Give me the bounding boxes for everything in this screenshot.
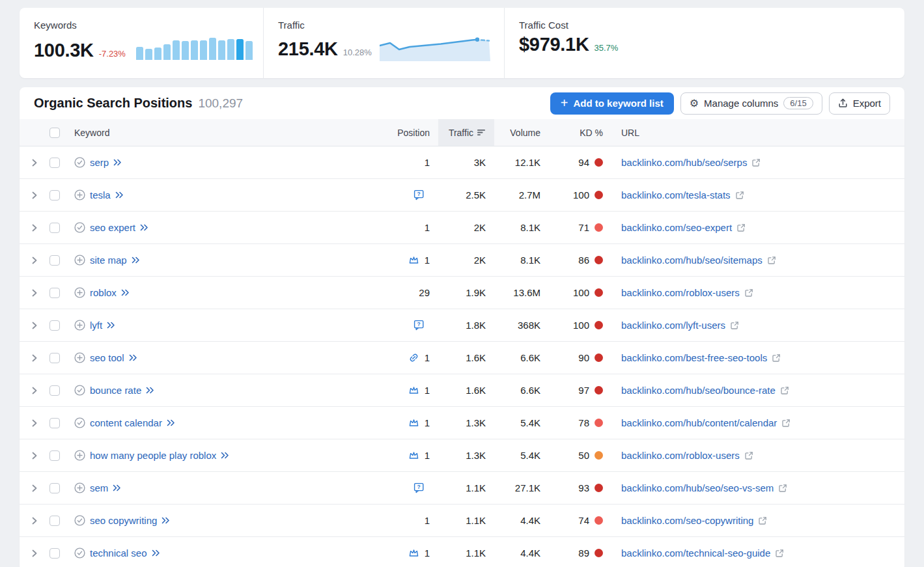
keyword-link[interactable]: sem: [90, 482, 108, 493]
url-link[interactable]: backlinko.com/hub/seo/bounce-rate: [621, 385, 776, 396]
url-link[interactable]: backlinko.com/roblox-users: [621, 287, 740, 298]
expand-chevron-icon[interactable]: [32, 256, 37, 264]
url-link[interactable]: backlinko.com/seo-copywriting: [621, 515, 753, 526]
keyword-link[interactable]: seo tool: [90, 352, 124, 363]
check-circle-icon[interactable]: [74, 157, 85, 168]
export-button[interactable]: Export: [829, 92, 890, 115]
row-checkbox[interactable]: [49, 158, 60, 168]
expand-chevron-icon[interactable]: [32, 191, 37, 199]
row-checkbox[interactable]: [49, 320, 60, 331]
keyword-link[interactable]: serp: [90, 157, 109, 168]
keyword-link[interactable]: site map: [90, 255, 127, 266]
row-checkbox[interactable]: [49, 190, 60, 201]
check-circle-icon[interactable]: [74, 547, 85, 559]
plus-circle-icon[interactable]: [74, 320, 85, 331]
expand-chevron-icon[interactable]: [32, 452, 37, 460]
double-chevron-icon[interactable]: [121, 289, 130, 296]
position-column-header[interactable]: Position: [350, 119, 438, 146]
row-checkbox[interactable]: [49, 385, 60, 396]
row-checkbox[interactable]: [49, 548, 60, 559]
keyword-link[interactable]: how many people play roblox: [90, 450, 216, 461]
double-chevron-icon[interactable]: [140, 224, 148, 231]
url-link[interactable]: backlinko.com/best-free-seo-tools: [621, 352, 767, 363]
keyword-link[interactable]: seo expert: [90, 222, 135, 233]
row-checkbox[interactable]: [49, 516, 60, 526]
row-checkbox[interactable]: [49, 353, 60, 363]
kd-column-header[interactable]: KD %: [549, 119, 613, 146]
url-link[interactable]: backlinko.com/lyft-users: [621, 320, 725, 331]
plus-circle-icon[interactable]: [74, 189, 85, 201]
double-chevron-icon[interactable]: [129, 354, 137, 361]
url-link[interactable]: backlinko.com/roblox-users: [621, 450, 740, 461]
url-link[interactable]: backlinko.com/hub/content/calendar: [621, 417, 777, 428]
url-link[interactable]: backlinko.com/hub/seo/seo-vs-sem: [621, 482, 774, 493]
external-link-icon[interactable]: [772, 353, 781, 363]
double-chevron-icon[interactable]: [115, 191, 124, 199]
external-link-icon[interactable]: [778, 484, 787, 493]
keyword-link[interactable]: lyft: [90, 320, 102, 331]
keyword-link[interactable]: content calendar: [90, 417, 162, 428]
double-chevron-icon[interactable]: [113, 484, 121, 491]
plus-circle-icon[interactable]: [74, 482, 85, 493]
double-chevron-icon[interactable]: [161, 517, 170, 524]
manage-columns-button[interactable]: ⚙ Manage columns 6/15: [680, 92, 822, 115]
url-link[interactable]: backlinko.com/hub/seo/sitemaps: [621, 255, 763, 266]
external-link-icon[interactable]: [751, 158, 761, 167]
row-checkbox[interactable]: [49, 483, 60, 493]
add-to-keyword-list-button[interactable]: + Add to keyword list: [550, 92, 674, 115]
keyword-link[interactable]: roblox: [90, 287, 117, 298]
check-circle-icon[interactable]: [74, 417, 85, 428]
row-checkbox[interactable]: [49, 450, 60, 461]
expand-chevron-icon[interactable]: [32, 387, 37, 394]
keyword-link[interactable]: technical seo: [90, 547, 147, 559]
double-chevron-icon[interactable]: [152, 549, 160, 557]
double-chevron-icon[interactable]: [221, 452, 229, 459]
url-link[interactable]: backlinko.com/technical-seo-guide: [621, 547, 770, 559]
external-link-icon[interactable]: [775, 549, 784, 558]
plus-circle-icon[interactable]: [74, 450, 85, 461]
plus-circle-icon[interactable]: [74, 287, 85, 298]
keyword-link[interactable]: seo copywriting: [90, 515, 157, 526]
check-circle-icon[interactable]: [74, 385, 85, 396]
keyword-column-header[interactable]: Keyword: [72, 119, 350, 146]
row-checkbox[interactable]: [49, 418, 60, 428]
expand-chevron-icon[interactable]: [32, 484, 37, 492]
expand-chevron-icon[interactable]: [32, 159, 37, 167]
external-link-icon[interactable]: [735, 191, 744, 200]
external-link-icon[interactable]: [781, 419, 791, 428]
row-checkbox[interactable]: [49, 288, 60, 298]
row-checkbox[interactable]: [49, 223, 60, 233]
volume-column-header[interactable]: Volume: [494, 119, 549, 146]
check-circle-icon[interactable]: [74, 222, 85, 233]
external-link-icon[interactable]: [736, 223, 746, 232]
expand-chevron-icon[interactable]: [32, 419, 37, 427]
expand-chevron-icon[interactable]: [32, 517, 37, 525]
url-link[interactable]: backlinko.com/tesla-stats: [621, 189, 731, 201]
keyword-link[interactable]: bounce rate: [90, 385, 141, 396]
url-link[interactable]: backlinko.com/seo-expert: [621, 222, 732, 233]
external-link-icon[interactable]: [780, 386, 789, 395]
external-link-icon[interactable]: [730, 321, 739, 330]
plus-circle-icon[interactable]: [74, 352, 85, 363]
expand-chevron-icon[interactable]: [32, 549, 37, 557]
traffic-column-header[interactable]: Traffic: [438, 119, 494, 146]
expand-chevron-icon[interactable]: [32, 322, 37, 329]
plus-circle-icon[interactable]: [74, 255, 85, 266]
double-chevron-icon[interactable]: [167, 419, 175, 426]
expand-chevron-icon[interactable]: [32, 354, 37, 362]
check-circle-icon[interactable]: [74, 515, 85, 526]
external-link-icon[interactable]: [767, 256, 776, 265]
url-link[interactable]: backlinko.com/hub/seo/serps: [621, 157, 747, 168]
keyword-link[interactable]: tesla: [90, 189, 111, 201]
expand-chevron-icon[interactable]: [32, 289, 37, 297]
expand-chevron-icon[interactable]: [32, 224, 37, 232]
double-chevron-icon[interactable]: [107, 322, 115, 329]
external-link-icon[interactable]: [758, 516, 767, 525]
row-checkbox[interactable]: [49, 255, 60, 266]
external-link-icon[interactable]: [744, 288, 753, 297]
double-chevron-icon[interactable]: [132, 256, 140, 264]
double-chevron-icon[interactable]: [113, 159, 122, 166]
double-chevron-icon[interactable]: [146, 387, 154, 394]
select-all-checkbox[interactable]: [49, 128, 60, 138]
external-link-icon[interactable]: [744, 451, 753, 460]
